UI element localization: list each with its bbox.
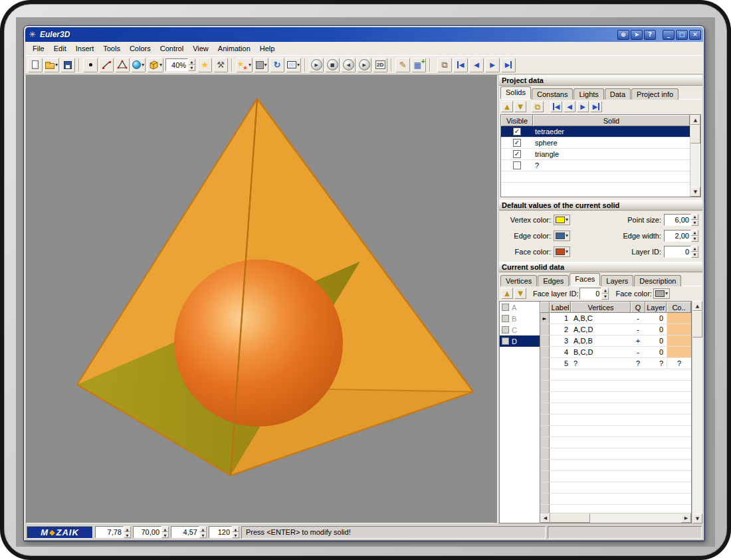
copy-solid-button[interactable]: ⧉ xyxy=(437,58,452,72)
maximize-button[interactable]: □ xyxy=(676,30,688,40)
status-spinner-4[interactable]: 120 ▲▼ xyxy=(209,526,239,538)
spin-down[interactable]: ▼ xyxy=(601,294,609,300)
visible-checkbox[interactable]: ✓ xyxy=(513,139,521,147)
tab-solids[interactable]: Solids xyxy=(500,86,531,99)
move-solid-down-button[interactable]: ▼ xyxy=(514,101,526,112)
point-tool-button[interactable] xyxy=(83,58,98,72)
tab-description[interactable]: Description xyxy=(634,275,681,286)
new-file-button[interactable] xyxy=(28,58,43,72)
column-header-color[interactable]: Co.. xyxy=(667,302,691,313)
titlebar-zoom-button[interactable]: ⊕ xyxy=(617,30,629,40)
face-row-3[interactable]: 3 A,D,B + 0 xyxy=(540,335,691,347)
menu-file[interactable]: File xyxy=(28,43,49,54)
menu-tools[interactable]: Tools xyxy=(98,43,125,54)
tab-constans[interactable]: Constans xyxy=(532,88,573,100)
play-button[interactable]: ▶ xyxy=(309,58,324,72)
tab-data[interactable]: Data xyxy=(605,88,631,100)
faces-grid-hscrollbar[interactable]: ◀ ▶ xyxy=(540,513,691,523)
star-tool-button[interactable]: ★ xyxy=(197,58,212,72)
vertex-item-a[interactable]: A xyxy=(500,302,540,313)
face-color-cell[interactable] xyxy=(667,347,691,357)
stop-button[interactable]: ■ xyxy=(325,58,340,72)
solid-row-tetraeder[interactable]: ✓ tetraeder xyxy=(501,126,690,138)
move-face-down-button[interactable]: ▼ xyxy=(514,288,526,299)
current-face-color-picker[interactable]: ▾ xyxy=(653,288,670,299)
spin-up[interactable]: ▲ xyxy=(124,526,131,532)
status-spinner-1[interactable]: 7,78 ▲▼ xyxy=(95,526,131,538)
spin-down[interactable]: ▼ xyxy=(124,532,131,538)
solid-nav-prev-button[interactable]: ◀ xyxy=(564,101,575,112)
spin-down[interactable]: ▼ xyxy=(199,532,207,538)
column-header-q[interactable]: Q xyxy=(631,302,645,313)
vertex-item-d[interactable]: D xyxy=(500,335,540,347)
spin-up[interactable]: ▲ xyxy=(161,526,169,532)
face-layer-id-spinner[interactable]: 0 ▲▼ xyxy=(579,288,609,300)
tab-layers[interactable]: Layers xyxy=(601,275,633,286)
zoom-spin-down[interactable]: ▼ xyxy=(188,65,195,72)
face-row-1[interactable]: ► 1 A,B,C - 0 xyxy=(540,313,691,324)
nav-prev-button[interactable]: ◀ xyxy=(469,58,484,72)
sphere-tool-button[interactable]: ▾ xyxy=(131,58,146,72)
column-header-visible[interactable]: Visible xyxy=(501,115,533,126)
vertex-item-c[interactable]: C xyxy=(500,324,540,335)
menu-edit[interactable]: Edit xyxy=(49,43,71,54)
spin-down[interactable]: ▼ xyxy=(691,220,698,226)
save-button[interactable] xyxy=(60,58,75,72)
spin-down[interactable]: ▼ xyxy=(691,236,698,242)
face-row-5[interactable]: 5 ? ? ? ? xyxy=(540,358,691,369)
scrollbar-thumb[interactable] xyxy=(550,513,590,523)
spin-up[interactable]: ▲ xyxy=(232,526,239,532)
titlebar-help-button[interactable]: ? xyxy=(644,30,656,40)
face-color-cell[interactable] xyxy=(667,313,691,324)
visible-checkbox[interactable]: ✓ xyxy=(513,150,521,158)
tools-button[interactable]: ⚒ xyxy=(213,58,228,72)
step-forward-button[interactable]: ▶ xyxy=(357,58,371,72)
solid-nav-last-button[interactable]: ▶ xyxy=(590,101,602,112)
menu-view[interactable]: View xyxy=(188,43,213,54)
scroll-down-button[interactable]: ▼ xyxy=(692,513,702,523)
move-face-up-button[interactable]: ▲ xyxy=(501,288,513,299)
titlebar-pointer-button[interactable]: ➤ xyxy=(631,30,643,40)
solids-grid-scrollbar[interactable]: ▲ ▼ xyxy=(690,115,700,197)
column-header-solid[interactable]: Solid xyxy=(533,115,690,126)
menu-insert[interactable]: Insert xyxy=(71,43,99,54)
face-row-4[interactable]: 4 B,C,D - 0 xyxy=(540,347,691,358)
face-color-cell[interactable] xyxy=(667,335,691,346)
spin-up[interactable]: ▲ xyxy=(691,230,698,236)
nav-last-button[interactable]: ▶ xyxy=(501,58,516,72)
solid-row-sphere[interactable]: ✓ sphere xyxy=(501,138,690,149)
minimize-button[interactable]: _ xyxy=(663,30,675,40)
effects-button[interactable]: ★★ ▾ xyxy=(236,58,253,72)
scrollbar-thumb[interactable] xyxy=(692,311,702,337)
face-color-cell[interactable] xyxy=(667,324,691,335)
face-color-picker[interactable]: ▾ xyxy=(554,246,570,257)
polygon-tool-button[interactable] xyxy=(115,58,130,72)
close-button[interactable]: ✕ xyxy=(689,30,701,40)
visible-checkbox[interactable]: ✓ xyxy=(513,128,521,136)
spin-up[interactable]: ▲ xyxy=(601,288,609,294)
solid-tool-button[interactable]: ▾ xyxy=(147,58,163,72)
tab-project-info[interactable]: Project info xyxy=(631,88,679,100)
solid-nav-next-button[interactable]: ▶ xyxy=(577,101,589,112)
zoom-combobox[interactable]: 40% ▲ ▼ xyxy=(165,58,195,71)
vertex-color-picker[interactable]: ▾ xyxy=(554,215,570,225)
spin-up[interactable]: ▲ xyxy=(199,526,207,532)
face-color-cell[interactable]: ? xyxy=(667,358,691,369)
column-header-vertices[interactable]: Vertices xyxy=(571,302,631,313)
column-header-label[interactable]: Label xyxy=(550,302,571,313)
menu-animation[interactable]: Animation xyxy=(213,43,255,54)
spin-up[interactable]: ▲ xyxy=(691,214,698,220)
vertex-item-b[interactable]: B xyxy=(500,313,540,324)
scroll-up-button[interactable]: ▲ xyxy=(692,301,702,311)
line-tool-button[interactable] xyxy=(99,58,114,72)
tab-faces[interactable]: Faces xyxy=(570,273,600,286)
zoom-value[interactable]: 40% xyxy=(165,58,188,71)
layer-id-spinner[interactable]: 0 ▲▼ xyxy=(664,246,698,258)
viewport-3d[interactable] xyxy=(26,75,498,523)
copy-solid-button-panel[interactable]: ⧉ xyxy=(532,101,544,112)
scroll-up-button[interactable]: ▲ xyxy=(690,115,700,125)
step-back-button[interactable]: ◀ xyxy=(341,58,356,72)
move-solid-up-button[interactable]: ▲ xyxy=(501,101,513,112)
face-row-2[interactable]: 2 A,C,D - 0 xyxy=(540,324,691,335)
spin-up[interactable]: ▲ xyxy=(691,246,698,252)
